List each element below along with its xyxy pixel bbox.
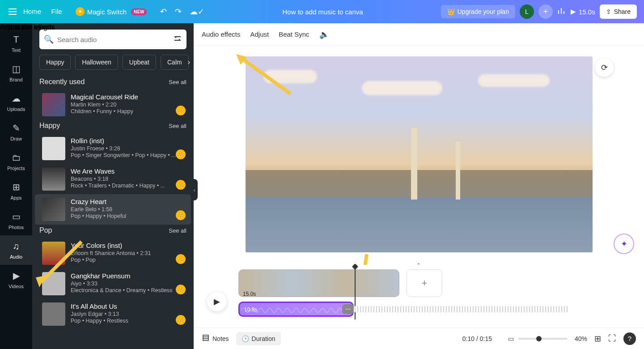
track-title: We Are Waves <box>71 167 184 175</box>
chip-upbeat[interactable]: Upbeat <box>123 55 156 70</box>
rail-brand[interactable]: ◫Brand <box>0 58 32 88</box>
rail-videos[interactable]: ▶Videos <box>0 265 32 294</box>
fullscreen-icon[interactable]: ⛶ <box>608 334 616 343</box>
photo-icon: ▭ <box>12 211 21 222</box>
rail-uploads[interactable]: ☁Uploads <box>0 88 32 117</box>
nav-home[interactable]: Home <box>23 8 41 15</box>
undo-icon[interactable]: ↶ <box>160 7 167 17</box>
rail-photos[interactable]: ▭Photos <box>0 206 32 235</box>
upgrade-label: Upgrade your plan <box>458 8 509 15</box>
help-button[interactable]: ? <box>623 332 636 345</box>
audio-effects-button[interactable]: Audio effects <box>202 30 240 38</box>
search-input[interactable] <box>57 36 169 43</box>
crown-icon: 👑 <box>447 8 455 15</box>
nav-file[interactable]: File <box>51 8 62 15</box>
document-title[interactable]: How to add music to canva <box>210 8 435 16</box>
zoom-slider-thumb[interactable] <box>536 336 542 341</box>
canvas-preview[interactable] <box>246 56 593 252</box>
section-happy: Happy See all <box>32 120 194 133</box>
grid-view-icon[interactable]: ⊞ <box>594 334 601 344</box>
collapse-panel-handle[interactable]: ‹ <box>191 179 198 200</box>
audio-clip[interactable]: 10.8s <box>238 302 354 317</box>
see-all-link[interactable]: See all <box>169 227 186 234</box>
duration-button[interactable]: 🕒 Duration <box>236 332 281 345</box>
track-rollin[interactable]: Rollin (inst) Justin Froese • 3:28 Pop •… <box>35 133 191 164</box>
rail-text[interactable]: TText <box>0 29 32 58</box>
rail-label: Text <box>12 47 21 53</box>
avatar[interactable]: L <box>520 4 534 19</box>
video-clip[interactable]: 15.0s <box>238 269 399 297</box>
share-label: Share <box>614 8 631 15</box>
rail-apps[interactable]: ⊞Apps <box>0 176 32 206</box>
menu-icon[interactable] <box>7 6 18 17</box>
track-thumbnail <box>42 242 65 265</box>
track-thumbnail <box>42 93 65 116</box>
adjust-button[interactable]: Adjust <box>250 30 269 38</box>
chevron-right-icon[interactable]: › <box>188 58 190 66</box>
track-its-all-about-us[interactable]: It's All About Us Jaslyn Edgar • 3:13 Po… <box>35 299 191 329</box>
magic-assistant-icon[interactable]: ✦ <box>614 234 634 254</box>
rail-projects[interactable]: 🗀Projects <box>0 147 32 176</box>
magic-switch-label: Magic Switch <box>87 8 127 16</box>
rail-label: Projects <box>7 166 25 171</box>
share-button[interactable]: ⇪ Share <box>600 4 637 19</box>
header-right: 👑 Upgrade your plan L + ▶ 15.0s ⇪ Share <box>441 4 637 19</box>
preview-duration: 15.0s <box>579 8 595 16</box>
track-your-colors[interactable]: Your Colors (inst) Erloom ft Shanice Ant… <box>35 238 191 268</box>
chevron-up-icon[interactable]: ⌃ <box>416 262 421 268</box>
volume-icon[interactable]: 🔈 <box>319 30 329 39</box>
filter-icon[interactable] <box>173 34 182 45</box>
rail-label: Uploads <box>7 106 25 112</box>
notes-button[interactable]: Notes <box>202 334 229 343</box>
zoom-percent[interactable]: 40% <box>575 335 587 342</box>
search-audio-field[interactable]: 🔍 <box>39 30 186 49</box>
track-thumbnail <box>42 198 65 221</box>
track-artist: Beacons • 3:18 <box>71 176 184 182</box>
see-all-link[interactable]: See all <box>169 79 186 85</box>
search-icon: 🔍 <box>44 34 54 44</box>
clip-duration-label: 15.0s <box>243 291 256 297</box>
track-thumbnail <box>42 302 65 326</box>
rail-draw[interactable]: ✎Draw <box>0 117 32 147</box>
analytics-icon[interactable] <box>557 6 566 17</box>
section-title: Recently used <box>39 78 85 86</box>
add-collaborator-button[interactable]: + <box>538 4 553 19</box>
redo-icon[interactable]: ↷ <box>175 7 182 17</box>
track-title: Gangkhar Puensum <box>71 272 184 280</box>
preview-play-button[interactable]: ▶ 15.0s <box>571 8 595 16</box>
see-all-link[interactable]: See all <box>169 123 186 129</box>
track-magical-carousel[interactable]: Magical Carousel Ride Martin Klem • 2:20… <box>35 89 191 120</box>
apps-icon: ⊞ <box>13 182 20 192</box>
rail-audio[interactable]: ♫Audio <box>0 235 32 265</box>
refresh-icon[interactable]: ⟳ <box>595 58 614 77</box>
rail-label: Photos <box>8 225 24 230</box>
section-title: Happy <box>39 122 60 130</box>
track-gangkhar[interactable]: Gangkhar Puensum Aiyo • 3:33 Electronica… <box>35 268 191 299</box>
track-crazy-heart[interactable]: Crazy Heart Earle Belo • 1:58 Pop • Happ… <box>35 194 191 225</box>
magic-switch-button[interactable]: ✦ Magic Switch NEW <box>76 7 147 16</box>
beat-sync-button[interactable]: Beat Sync <box>279 30 309 38</box>
track-title: Rollin (inst) <box>71 137 184 145</box>
timeline-play-button[interactable]: ▶ <box>207 292 227 311</box>
zoom-slider[interactable] <box>518 338 568 340</box>
chip-calm[interactable]: Calm <box>161 55 189 70</box>
section-pop: Pop See all <box>32 225 194 238</box>
zoom-fit-icon[interactable]: ▭ <box>508 335 514 342</box>
text-icon: T <box>13 34 19 45</box>
chip-happy[interactable]: Happy <box>39 55 71 70</box>
section-title: Pop <box>39 226 52 234</box>
clip-more-icon[interactable]: ⋯ <box>342 304 354 314</box>
track-artist: Aiyo • 3:33 <box>71 281 184 287</box>
track-we-are-waves[interactable]: We Are Waves Beacons • 3:18 Rock • Trail… <box>35 164 191 194</box>
audio-edit-toolbar: Audio effects Adjust Beat Sync 🔈 <box>194 23 644 46</box>
app-header: Home File ✦ Magic Switch NEW ↶ ↷ ☁✓ How … <box>0 0 644 23</box>
clip-duration-label: 10.8s <box>244 306 257 313</box>
add-page-button[interactable]: + <box>407 269 442 297</box>
chip-halloween[interactable]: Halloween <box>75 55 118 70</box>
timeline: ⌃ ▶ 15.0s + 10.8s ⋯ <box>194 265 644 328</box>
cloud-sync-icon[interactable]: ☁✓ <box>190 7 204 17</box>
rail-label: Draw <box>10 136 22 141</box>
clock-icon: 🕒 <box>242 335 249 342</box>
upgrade-button[interactable]: 👑 Upgrade your plan <box>441 5 515 18</box>
pro-badge-icon: 👑 <box>176 149 186 159</box>
